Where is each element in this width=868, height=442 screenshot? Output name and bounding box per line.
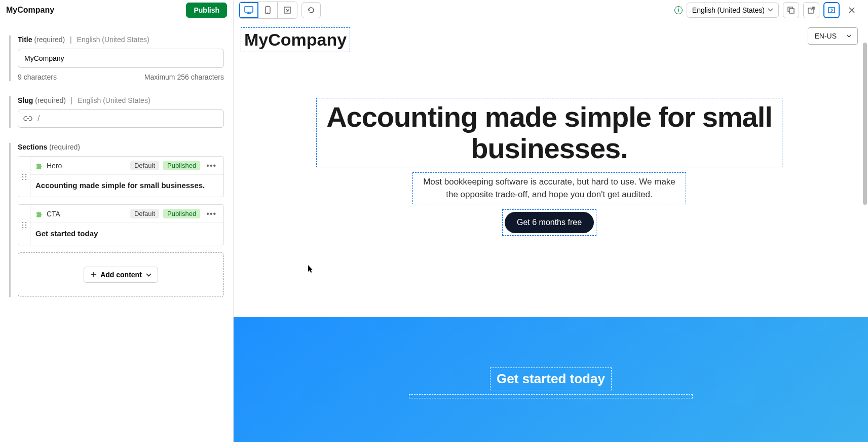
preview-pane: MyCompany EN-US Accounting made simple f…	[233, 20, 868, 442]
slug-input[interactable]: /	[18, 109, 224, 128]
chevron-down-icon	[847, 34, 851, 38]
scrollbar-thumb[interactable]	[863, 43, 867, 205]
corners-icon	[283, 6, 291, 14]
default-badge: Default	[130, 161, 159, 170]
svg-point-21	[22, 224, 23, 225]
desktop-view-button[interactable]	[239, 2, 258, 18]
preview-hero-button[interactable]: Get 6 months free	[505, 212, 594, 233]
add-content-button[interactable]: Add content	[84, 267, 158, 283]
custom-size-button[interactable]	[278, 2, 297, 18]
publish-button[interactable]: Publish	[186, 3, 227, 18]
sections-field: Sections (required) Hero Default Publish…	[9, 143, 224, 297]
reload-icon	[307, 6, 315, 14]
preview-scroll[interactable]: MyCompany EN-US Accounting made simple f…	[234, 20, 868, 442]
preview-hero-heading: Accounting made simple for small busines…	[321, 101, 778, 164]
default-badge: Default	[130, 209, 159, 218]
preview-cta-heading[interactable]: Get started today	[490, 367, 612, 390]
duplicate-button[interactable]	[783, 2, 799, 18]
svg-point-15	[22, 176, 23, 177]
reload-button[interactable]	[301, 2, 321, 18]
scrollbar[interactable]	[863, 43, 867, 440]
preview-hero-heading-box[interactable]: Accounting made simple for small busines…	[316, 98, 782, 167]
svg-point-14	[25, 173, 26, 174]
drag-handle[interactable]	[18, 157, 30, 197]
puzzle-icon	[35, 210, 43, 217]
svg-point-19	[22, 222, 23, 223]
status-badge: Published	[163, 209, 200, 218]
char-count: 9 characters	[18, 73, 57, 81]
svg-point-4	[268, 12, 269, 13]
mobile-view-button[interactable]	[258, 2, 278, 18]
monitor-icon	[244, 6, 253, 14]
svg-point-18	[25, 178, 26, 179]
title-label: Title	[18, 35, 32, 44]
close-icon	[848, 7, 855, 14]
svg-rect-0	[245, 7, 253, 12]
svg-point-13	[22, 173, 23, 174]
preview-hero-button-box[interactable]: Get 6 months free	[502, 209, 596, 236]
svg-rect-10	[828, 8, 835, 13]
section-menu-button[interactable]: •••	[204, 209, 218, 218]
section-name: CTA	[47, 210, 126, 218]
preview-hero-subheading[interactable]: Most bookkeeping software is accurate, b…	[412, 172, 686, 204]
section-menu-button[interactable]: •••	[204, 161, 218, 170]
svg-line-9	[811, 7, 814, 10]
page-title: MyCompany	[6, 6, 182, 15]
title-input[interactable]	[18, 49, 224, 68]
grip-icon	[22, 173, 27, 180]
external-link-icon	[808, 7, 815, 14]
plus-icon	[90, 272, 96, 278]
slug-value: /	[37, 114, 40, 123]
section-subtitle: Get started today	[30, 223, 223, 245]
status-badge: Published	[163, 161, 200, 170]
preview-hero: Accounting made simple for small busines…	[316, 98, 782, 236]
svg-point-23	[22, 227, 23, 228]
svg-point-16	[25, 176, 26, 177]
preview-language-select[interactable]: EN-US	[808, 27, 858, 45]
svg-point-20	[25, 222, 26, 223]
language-dropdown[interactable]: English (United States)	[687, 3, 779, 18]
section-name: Hero	[47, 162, 126, 170]
copy-icon	[787, 7, 795, 14]
preview-cta-sub-box[interactable]	[409, 394, 693, 398]
chevron-down-icon	[768, 8, 773, 12]
slug-field: Slug (required) | English (United States…	[9, 96, 224, 128]
close-button[interactable]	[844, 2, 860, 18]
open-external-button[interactable]	[803, 2, 819, 18]
language-label: English (United States)	[692, 6, 765, 14]
info-icon[interactable]: i	[674, 6, 683, 14]
sidebar: Title (required) | English (United State…	[0, 20, 233, 442]
add-content-dropzone[interactable]: Add content	[18, 252, 224, 297]
section-card-cta[interactable]: CTA Default Published ••• Get started to…	[18, 204, 224, 245]
drag-handle[interactable]	[18, 205, 30, 245]
chevron-down-icon	[146, 273, 152, 277]
section-subtitle: Accounting made simple for small busines…	[30, 175, 223, 197]
puzzle-icon	[35, 162, 43, 169]
title-field: Title (required) | English (United State…	[9, 35, 224, 81]
side-panel-button[interactable]	[823, 2, 840, 18]
svg-rect-7	[789, 9, 794, 13]
svg-point-22	[25, 224, 26, 225]
char-max: Maximum 256 characters	[144, 73, 224, 81]
panel-icon	[828, 7, 835, 14]
preview-cta: Get started today	[234, 317, 868, 442]
mobile-icon	[265, 6, 271, 14]
preview-logo[interactable]: MyCompany	[241, 27, 350, 52]
svg-point-24	[25, 227, 26, 228]
grip-icon	[22, 222, 27, 229]
sections-label: Sections	[18, 143, 47, 151]
section-card-hero[interactable]: Hero Default Published ••• Accounting ma…	[18, 156, 224, 197]
link-icon	[23, 115, 32, 122]
svg-point-17	[22, 178, 23, 179]
topbar: MyCompany Publish i Engl	[0, 0, 868, 20]
slug-label: Slug	[18, 96, 33, 104]
